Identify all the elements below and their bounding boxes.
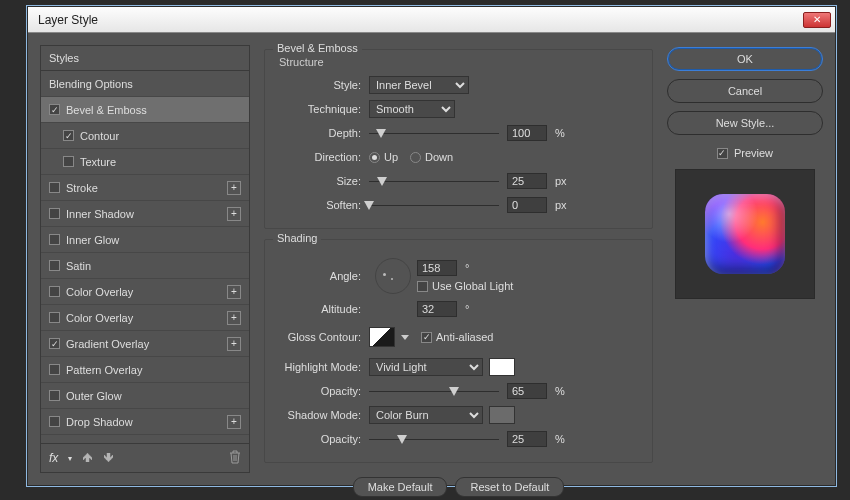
soften-unit: px: [555, 199, 575, 211]
layer-style-dialog: Layer Style ✕ Styles Blending OptionsBev…: [27, 6, 836, 486]
direction-up-radio[interactable]: [369, 152, 380, 163]
angle-unit: °: [465, 262, 485, 274]
add-effect-icon[interactable]: +: [227, 337, 241, 351]
technique-label: Technique:: [277, 103, 369, 115]
move-up-icon[interactable]: 🡹: [82, 452, 93, 464]
antialias-checkbox[interactable]: [421, 332, 432, 343]
style-row-texture[interactable]: Texture: [41, 149, 249, 175]
style-row-contour[interactable]: Contour: [41, 123, 249, 149]
styles-panel: Styles Blending OptionsBevel & EmbossCon…: [40, 45, 250, 473]
style-row-label: Satin: [66, 260, 91, 272]
style-checkbox[interactable]: [49, 208, 60, 219]
style-checkbox[interactable]: [49, 104, 60, 115]
shadow-mode-label: Shadow Mode:: [277, 409, 369, 421]
size-input[interactable]: [507, 173, 547, 189]
direction-up-label: Up: [384, 151, 398, 163]
preview-thumbnail: [705, 194, 785, 274]
close-button[interactable]: ✕: [803, 12, 831, 28]
new-style-button[interactable]: New Style...: [667, 111, 823, 135]
style-checkbox[interactable]: [49, 260, 60, 271]
style-row-color-overlay[interactable]: Color Overlay+: [41, 305, 249, 331]
antialias-label: Anti-aliased: [436, 331, 493, 343]
style-row-blending-options[interactable]: Blending Options: [41, 71, 249, 97]
technique-select[interactable]: Smooth: [369, 100, 455, 118]
style-row-satin[interactable]: Satin: [41, 253, 249, 279]
style-label: Style:: [277, 79, 369, 91]
style-row-outer-glow[interactable]: Outer Glow: [41, 383, 249, 409]
global-light-label: Use Global Light: [432, 280, 513, 292]
settings-panel: Bevel & Emboss Structure Style: Inner Be…: [264, 45, 653, 473]
soften-slider[interactable]: [369, 198, 499, 212]
preview-box: [675, 169, 815, 299]
style-checkbox[interactable]: [49, 286, 60, 297]
style-row-pattern-overlay[interactable]: Pattern Overlay: [41, 357, 249, 383]
style-row-color-overlay[interactable]: Color Overlay+: [41, 279, 249, 305]
style-select[interactable]: Inner Bevel: [369, 76, 469, 94]
style-checkbox[interactable]: [49, 364, 60, 375]
direction-down-radio[interactable]: [410, 152, 421, 163]
size-slider[interactable]: [369, 174, 499, 188]
shadow-opacity-slider[interactable]: [369, 432, 499, 446]
style-row-inner-glow[interactable]: Inner Glow: [41, 227, 249, 253]
add-effect-icon[interactable]: +: [227, 285, 241, 299]
style-row-stroke[interactable]: Stroke+: [41, 175, 249, 201]
size-unit: px: [555, 175, 575, 187]
cancel-button[interactable]: Cancel: [667, 79, 823, 103]
styles-header[interactable]: Styles: [41, 46, 249, 71]
add-effect-icon[interactable]: +: [227, 311, 241, 325]
style-checkbox[interactable]: [63, 130, 74, 141]
add-effect-icon[interactable]: +: [227, 181, 241, 195]
highlight-opacity-input[interactable]: [507, 383, 547, 399]
fx-menu-caret-icon[interactable]: ▾: [68, 454, 72, 463]
style-checkbox[interactable]: [49, 338, 60, 349]
style-row-label: Blending Options: [49, 78, 133, 90]
style-row-label: Gradient Overlay: [66, 338, 149, 350]
angle-input[interactable]: [417, 260, 457, 276]
highlight-mode-select[interactable]: Vivid Light: [369, 358, 483, 376]
style-row-bevel-emboss[interactable]: Bevel & Emboss: [41, 97, 249, 123]
style-row-label: Bevel & Emboss: [66, 104, 147, 116]
gloss-contour-label: Gloss Contour:: [277, 331, 369, 343]
soften-input[interactable]: [507, 197, 547, 213]
altitude-input[interactable]: [417, 301, 457, 317]
add-effect-icon[interactable]: +: [227, 415, 241, 429]
shadow-color-swatch[interactable]: [489, 406, 515, 424]
highlight-opacity-slider[interactable]: [369, 384, 499, 398]
style-row-drop-shadow[interactable]: Drop Shadow+: [41, 409, 249, 435]
move-down-icon[interactable]: 🡻: [103, 452, 114, 464]
size-label: Size:: [277, 175, 369, 187]
global-light-checkbox[interactable]: [417, 281, 428, 292]
style-row-gradient-overlay[interactable]: Gradient Overlay+: [41, 331, 249, 357]
shading-title: Shading: [273, 232, 321, 244]
shadow-mode-select[interactable]: Color Burn: [369, 406, 483, 424]
make-default-button[interactable]: Make Default: [353, 477, 448, 497]
shadow-opacity-input[interactable]: [507, 431, 547, 447]
style-checkbox[interactable]: [63, 156, 74, 167]
style-checkbox[interactable]: [49, 182, 60, 193]
style-row-label: Contour: [80, 130, 119, 142]
highlight-color-swatch[interactable]: [489, 358, 515, 376]
titlebar[interactable]: Layer Style ✕: [28, 7, 835, 33]
highlight-mode-label: Highlight Mode:: [277, 361, 369, 373]
style-row-label: Texture: [80, 156, 116, 168]
add-effect-icon[interactable]: +: [227, 207, 241, 221]
chevron-down-icon[interactable]: [401, 335, 409, 340]
style-checkbox[interactable]: [49, 234, 60, 245]
gloss-contour-picker[interactable]: [369, 327, 395, 347]
depth-unit: %: [555, 127, 575, 139]
style-checkbox[interactable]: [49, 390, 60, 401]
fx-icon[interactable]: fx: [49, 451, 58, 465]
style-checkbox[interactable]: [49, 416, 60, 427]
direction-label: Direction:: [277, 151, 369, 163]
style-row-inner-shadow[interactable]: Inner Shadow+: [41, 201, 249, 227]
preview-checkbox[interactable]: [717, 148, 728, 159]
style-checkbox[interactable]: [49, 312, 60, 323]
style-row-label: Inner Glow: [66, 234, 119, 246]
trash-icon[interactable]: [229, 450, 241, 466]
structure-subtitle: Structure: [279, 56, 324, 68]
ok-button[interactable]: OK: [667, 47, 823, 71]
depth-slider[interactable]: [369, 126, 499, 140]
reset-default-button[interactable]: Reset to Default: [455, 477, 564, 497]
angle-dial[interactable]: [375, 258, 411, 294]
depth-input[interactable]: [507, 125, 547, 141]
